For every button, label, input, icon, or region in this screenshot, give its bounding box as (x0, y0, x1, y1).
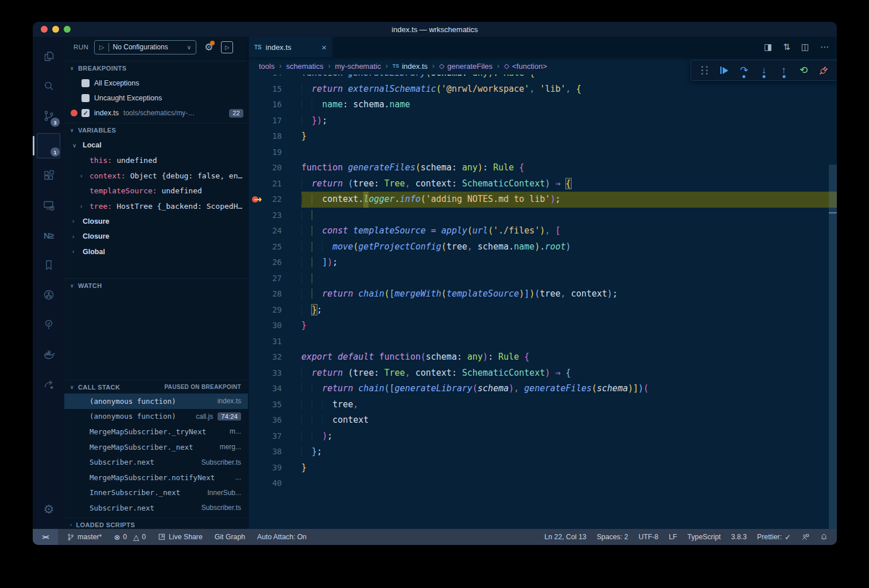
sidebar-item-git-history[interactable] (35, 280, 62, 310)
line-number[interactable]: 16 (249, 97, 282, 113)
line-number[interactable]: 35 (249, 397, 282, 413)
minimize-window-icon[interactable] (52, 26, 59, 33)
chevron-right-icon[interactable]: › (80, 173, 82, 179)
step-out-button[interactable]: ↑ (777, 64, 791, 77)
open-changes-icon[interactable]: ◨ (764, 42, 772, 52)
split-editor-icon[interactable]: ◫ (801, 42, 809, 52)
disconnect-button[interactable] (817, 64, 831, 77)
line-number[interactable]: 21 (249, 176, 282, 192)
breadcrumb-item[interactable]: ◇<function> (504, 62, 547, 71)
sidebar-item-nx-console[interactable]: N≥ (35, 220, 62, 250)
line-number[interactable]: 31 (249, 334, 282, 350)
chevron-down-icon[interactable]: ∨ (72, 142, 76, 149)
restart-button[interactable]: ⟲ (797, 64, 810, 77)
debug-toolbar-grip[interactable] (697, 64, 711, 77)
call-stack-frame[interactable]: MergeMapSubscriber._tryNextm... (64, 424, 248, 439)
line-number[interactable]: 33 (249, 365, 282, 381)
auto-attach[interactable]: Auto Attach: On (257, 533, 307, 541)
line-number[interactable]: 18 (249, 128, 282, 145)
sidebar-item-search[interactable] (35, 71, 62, 101)
sidebar-item-explorer[interactable] (35, 41, 62, 71)
breakpoint-checkbox[interactable] (82, 79, 90, 87)
sidebar-item-project-share[interactable] (35, 369, 62, 399)
encoding[interactable]: UTF-8 (638, 533, 658, 541)
variable-row[interactable]: templateSource:undefined (64, 184, 248, 199)
line-number[interactable]: 23 (249, 208, 282, 224)
code-area[interactable]: 14function generateLibrary(schema: any):… (249, 75, 837, 529)
breakpoint-checkbox[interactable]: ✓ (82, 109, 90, 117)
line-number[interactable]: 30 (249, 318, 282, 334)
line-number[interactable]: 24 (249, 223, 282, 239)
open-debug-console-button[interactable]: ▷ (221, 41, 233, 53)
git-branch[interactable]: master* (67, 533, 102, 542)
remote-indicator[interactable]: >< (33, 529, 58, 545)
line-number[interactable]: 15 (249, 81, 282, 98)
variables-scope-row[interactable]: ∨Local (64, 138, 248, 153)
variables-header[interactable]: ∨ VARIABLES (64, 123, 248, 137)
close-window-icon[interactable] (41, 26, 48, 33)
line-number[interactable]: 34 (249, 381, 282, 397)
variables-scope-row[interactable]: ›Closure (64, 214, 248, 229)
line-number[interactable]: 25 (249, 239, 282, 255)
breadcrumb-item[interactable]: schematics (286, 62, 323, 71)
indentation[interactable]: Spaces: 2 (597, 533, 629, 541)
variable-row[interactable]: this:undefined (64, 153, 248, 169)
line-number[interactable]: 39 (249, 460, 282, 476)
call-stack-frame[interactable]: Subscriber.nextSubscriber.ts (64, 454, 248, 470)
call-stack-header[interactable]: ∨ CALL STACK PAUSED ON BREAKPOINT (64, 380, 248, 394)
loaded-scripts-header[interactable]: › LOADED SCRIPTS (64, 517, 248, 529)
close-tab-icon[interactable]: × (321, 42, 327, 52)
launch-config-dropdown[interactable]: ▷ No Configurations ∨ (94, 40, 196, 54)
sidebar-item-remote-explorer[interactable] (35, 190, 62, 220)
git-graph[interactable]: Git Graph (215, 533, 245, 541)
call-stack-frame[interactable]: InnerSubscriber._nextInnerSub... (64, 485, 248, 501)
sidebar-item-settings[interactable]: ⚙ (35, 494, 62, 524)
line-number[interactable]: 27 (249, 271, 282, 287)
chevron-right-icon[interactable]: › (72, 248, 74, 255)
watch-header[interactable]: ∨ WATCH (64, 278, 248, 292)
step-over-button[interactable]: ↷ (737, 64, 751, 77)
problems[interactable]: ⊗0△0 (114, 533, 146, 542)
breadcrumb-item[interactable]: TSindex.ts (393, 62, 428, 71)
tab-index-ts[interactable]: TS index.ts × (249, 37, 332, 57)
call-stack-frame[interactable]: (anonymous function)index.ts (64, 394, 248, 409)
call-stack-frame[interactable]: Subscriber.nextSubscriber.ts (64, 500, 248, 516)
variable-row[interactable]: ›context:Object {debug: false, en… (64, 168, 248, 184)
breakpoint-row[interactable]: Uncaught Exceptions (64, 91, 248, 106)
compare-changes-icon[interactable]: ⇅ (783, 42, 790, 52)
call-stack-frame[interactable]: MergeMapSubscriber.notifyNext... (64, 470, 248, 485)
variables-scope-row[interactable]: ›Closure (64, 229, 248, 244)
editor-scrollbar[interactable] (829, 165, 837, 529)
eol[interactable]: LF (669, 533, 677, 541)
breadcrumb-item[interactable]: my-schematic (335, 62, 381, 71)
line-number[interactable]: 37 (249, 429, 282, 445)
zoom-window-icon[interactable] (64, 26, 71, 33)
sidebar-item-todo-tree[interactable] (35, 310, 62, 340)
ts-version[interactable]: 3.8.3 (731, 533, 747, 541)
configure-gear-button[interactable]: ⚙ (204, 41, 213, 53)
sidebar-item-run-debug[interactable]: 1 (35, 131, 62, 161)
notifications[interactable] (820, 533, 828, 541)
line-number[interactable]: 26 (249, 255, 282, 271)
variable-row[interactable]: ›tree:HostTree {_backend: ScopedH… (64, 198, 248, 214)
cursor-position[interactable]: Ln 22, Col 13 (545, 533, 587, 541)
breadcrumb-item[interactable]: ◇generateFiles (439, 62, 492, 71)
line-number[interactable]: 32 (249, 349, 282, 365)
line-number[interactable]: 28 (249, 286, 282, 302)
prettier[interactable]: Prettier:✓ (757, 533, 791, 542)
line-number[interactable]: 17 (249, 113, 282, 129)
sidebar-item-extensions[interactable] (35, 161, 62, 190)
feedback[interactable] (801, 533, 810, 541)
line-number[interactable]: 40 (249, 476, 282, 492)
breadcrumb-item[interactable]: tools (259, 62, 274, 71)
line-number[interactable]: 36 (249, 412, 282, 429)
breakpoints-header[interactable]: ∨ BREAKPOINTS (64, 61, 248, 75)
line-number[interactable]: 38 (249, 444, 282, 460)
more-actions-icon[interactable]: ⋯ (820, 42, 829, 52)
live-share[interactable]: Live Share (158, 533, 203, 541)
breakpoint-row[interactable]: ✓index.tstools/schematics/my-sch...22 (64, 106, 248, 120)
chevron-right-icon[interactable]: › (72, 233, 74, 240)
call-stack-frame[interactable]: MergeMapSubscriber._nextmerg... (64, 439, 248, 455)
language-mode[interactable]: TypeScript (688, 533, 721, 541)
chevron-right-icon[interactable]: › (80, 203, 82, 209)
